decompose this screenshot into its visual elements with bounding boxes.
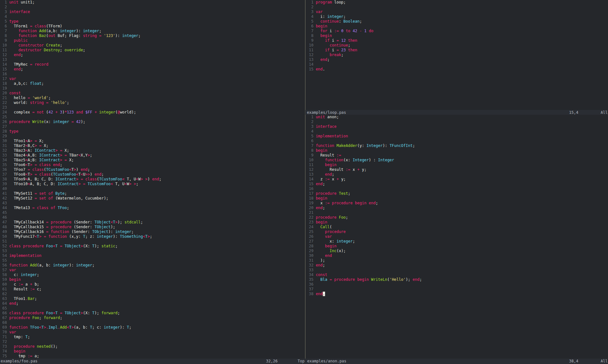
code-line[interactable]: 17procedure Test; <box>307 191 608 196</box>
code-line[interactable]: 67procedure Foo; forward; <box>0 316 305 320</box>
statusline-foo[interactable]: examples/foo.pas 32,26 Top <box>0 359 305 364</box>
code-line[interactable]: 58 c: integer; <box>0 273 305 277</box>
code-line[interactable]: 12 break; <box>307 53 608 57</box>
code-line[interactable]: 20end; <box>307 206 608 210</box>
code-line[interactable]: 53 <box>0 249 305 253</box>
code-line[interactable]: 9 public <box>0 38 305 43</box>
code-line[interactable]: 3interface <box>307 124 608 129</box>
code-line[interactable]: 2 <box>307 5 608 10</box>
code-line[interactable]: 60 c := a + b; <box>0 282 305 287</box>
code-line[interactable]: 28type <box>0 129 305 134</box>
code-line[interactable]: 1unit anon; <box>307 115 608 120</box>
code-line[interactable]: 27 <box>0 124 305 129</box>
code-line[interactable]: 31 TBar2<B,C> = X; <box>0 143 305 148</box>
code-line[interactable]: 30 TFoo1<A> = X; <box>0 139 305 143</box>
code-line[interactable]: 10 constructor Create; <box>0 43 305 48</box>
code-line[interactable]: 6begin <box>307 24 608 29</box>
code-line[interactable]: 12 end; <box>0 53 305 57</box>
code-line[interactable]: 65 <box>0 306 305 311</box>
code-line[interactable]: 11 if i = 23 then <box>307 48 608 53</box>
code-line[interactable]: 3var <box>307 10 608 14</box>
code-line[interactable]: 47 TMyCallback14 = procedure (Sender: TO… <box>0 220 305 225</box>
code-line[interactable]: 66class procedure Foo<T = TObject>(X: T)… <box>0 311 305 316</box>
code-line[interactable]: 16 <box>0 72 305 76</box>
code-line[interactable]: 15 end; <box>0 67 305 72</box>
code-line[interactable]: 5implementation <box>307 134 608 139</box>
code-line[interactable]: 4 i: integer; <box>307 14 608 19</box>
code-line[interactable]: 49 TMyCallback16 = function (Sender: TOb… <box>0 229 305 234</box>
code-line[interactable]: 13 <box>0 57 305 62</box>
code-line[interactable]: 6 <box>307 139 608 143</box>
code-line[interactable]: 23begin <box>307 220 608 225</box>
code-line[interactable]: 6 TForm1 = class(TForm) <box>0 24 305 29</box>
code-line[interactable]: 10 continue; <box>307 43 608 48</box>
editor-pane-anon[interactable]: 1unit anon;23interface45implementation67… <box>307 115 608 359</box>
code-line[interactable]: 33 TBaz4<A,B: IContract> = TBar<X,Y>; <box>0 153 305 158</box>
code-line[interactable]: 31 ); <box>307 258 608 263</box>
code-line[interactable]: 41 TMySet11 = set of Byte; <box>0 191 305 196</box>
code-line[interactable]: 38 TFoo9<A, B; C, D: IContract> = class(… <box>0 177 305 182</box>
code-line[interactable]: 48 TMyCallback15 = procedure (Sender: TO… <box>0 225 305 229</box>
statusline-loop[interactable]: examples/loop.pas 15,4 All <box>305 110 608 115</box>
code-line[interactable]: 1program loop; <box>307 0 608 5</box>
code-line[interactable]: 8begin <box>307 148 608 153</box>
code-line[interactable]: 29 Inc(x); <box>307 249 608 253</box>
code-line[interactable]: 16 <box>307 186 608 191</box>
code-line[interactable]: 5type <box>0 19 305 24</box>
code-line[interactable]: 11 destructor Destroy; override; <box>0 48 305 53</box>
code-line[interactable]: 5 continue: Boolean; <box>307 19 608 24</box>
code-line[interactable]: 26procedure Write(x: integer = 42); <box>0 120 305 124</box>
window-separator[interactable] <box>305 0 306 359</box>
code-line[interactable]: 38end. <box>307 292 608 296</box>
code-line[interactable]: 14 <box>307 62 608 67</box>
code-line[interactable]: 32end; <box>307 263 608 268</box>
code-line[interactable]: 52class procedure Foo<T = TObject>(X: T)… <box>0 244 305 249</box>
code-line[interactable]: 74 begin <box>0 349 305 354</box>
editor-pane-loop[interactable]: 1program loop;23var4 i: integer;5 contin… <box>307 0 608 110</box>
code-line[interactable]: 59begin <box>0 277 305 282</box>
code-line[interactable]: 8 function Baz(out Buf; Flag: string = '… <box>0 33 305 38</box>
code-line[interactable]: 18begin <box>307 196 608 201</box>
code-line[interactable]: 8 begin <box>307 33 608 38</box>
code-line[interactable]: 4 <box>0 14 305 19</box>
code-line[interactable]: 7 function Add(a,b: integer): integer; <box>0 29 305 33</box>
code-line[interactable]: 73 procedure nested(); <box>0 344 305 349</box>
code-line[interactable]: 25 procedure <box>307 229 608 234</box>
code-line[interactable]: 40 <box>0 186 305 191</box>
code-line[interactable]: 22 world: string = 'hello'; <box>0 100 305 105</box>
code-line[interactable]: 30 end <box>307 253 608 258</box>
code-line[interactable]: 50 TMyFunc17<T> = function (x,y: T; z: i… <box>0 234 305 239</box>
code-line[interactable]: 17var <box>0 76 305 81</box>
code-line[interactable]: 39 TFoo10<A, B; C, D: IContract> = TCust… <box>0 182 305 186</box>
code-line[interactable]: 7function MakeAdder(y: Integer): TFuncOf… <box>307 143 608 148</box>
code-line[interactable]: 20const <box>0 91 305 96</box>
code-line[interactable]: 15end. <box>307 67 608 72</box>
code-line[interactable]: 35 TFoo6<T> = class end; <box>0 163 305 167</box>
code-line[interactable]: 36 <box>307 282 608 287</box>
code-line[interactable]: 18 a,b,c: float; <box>0 81 305 86</box>
code-line[interactable]: 12 Result := x + y; <box>307 167 608 172</box>
code-line[interactable]: 10 function(x: Integer) : Integer <box>307 158 608 163</box>
code-line[interactable]: 71 tmp: T; <box>0 335 305 339</box>
code-line[interactable]: 15end; <box>307 182 608 186</box>
code-line[interactable]: 43 <box>0 201 305 206</box>
code-line[interactable]: 68 <box>0 320 305 325</box>
code-line[interactable]: 45 <box>0 210 305 215</box>
code-line[interactable]: 9 Result := <box>307 153 608 158</box>
code-line[interactable]: 34 TBaz5<A;B: IContract> = X; <box>0 158 305 163</box>
code-line[interactable]: 24 Call( <box>307 225 608 229</box>
code-line[interactable]: 63 TFoo1.Bar; <box>0 296 305 301</box>
code-line[interactable]: 57var <box>0 268 305 273</box>
code-line[interactable]: 4 <box>307 129 608 134</box>
code-line[interactable]: 44 TMeta13 = class of TFoo; <box>0 206 305 210</box>
statusline-anon[interactable]: examples/anon.pas 38,4 All <box>305 359 608 364</box>
code-line[interactable]: 11 begin <box>307 163 608 167</box>
code-line[interactable]: 21 hello = 'world'; <box>0 96 305 100</box>
editor-pane-foo[interactable]: 1unit unit1;23interface45type6 TForm1 = … <box>0 0 305 359</box>
code-line[interactable]: 21 <box>307 210 608 215</box>
code-line[interactable]: 22procedure Foo; <box>307 215 608 220</box>
code-line[interactable]: 61 Result := c; <box>0 287 305 292</box>
code-line[interactable]: 69function TFoo<T>.Impl.Add<T>(a, b: T; … <box>0 325 305 330</box>
code-line[interactable]: 37 TFoo8<T> = class(TCustomFoo<T<U>>) en… <box>0 172 305 177</box>
code-line[interactable]: 26 var <box>307 234 608 239</box>
